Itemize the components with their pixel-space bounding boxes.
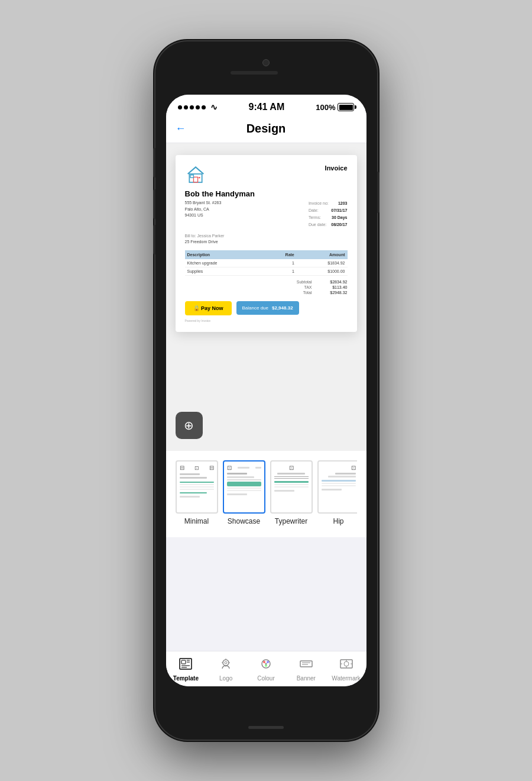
- svg-rect-2: [190, 175, 193, 178]
- svg-rect-21: [300, 661, 312, 667]
- template-name-showcase: Showcase: [228, 517, 260, 525]
- col-amount: Amount: [297, 250, 348, 259]
- template-item-typewriter[interactable]: ⊡ Typewriter: [270, 460, 313, 525]
- invoice-details-row: 555 Bryant St. #263 Palo Alto, CA 94301 …: [185, 200, 348, 228]
- template-item-minimal[interactable]: ⊟ ⊡ ⊟ Mi: [176, 460, 218, 525]
- screen: ∿ 9:41 AM 100% ← Design ⊕: [166, 95, 366, 686]
- battery-percent: 100%: [316, 103, 335, 112]
- tab-colour-label: Colour: [257, 675, 274, 682]
- home-indicator: [248, 726, 284, 729]
- zoom-icon: ⊕: [184, 418, 194, 433]
- template-thumb-minimal: ⊟ ⊡ ⊟: [176, 460, 218, 514]
- powered-by: Powered by Invoice: [185, 319, 348, 322]
- colour-icon: [259, 657, 273, 673]
- logo-icon: [219, 657, 233, 673]
- line-item-2: Supplies 1 $1000.00: [185, 267, 348, 275]
- template-selector: ⊟ ⊡ ⊟ Mi: [166, 451, 366, 537]
- main-content: ⊕ Invoice Bo: [166, 143, 366, 651]
- line-items-table: Description Rate Amount Kitchen upgrade …: [185, 250, 348, 276]
- svg-rect-5: [181, 660, 186, 664]
- svg-point-20: [265, 663, 267, 665]
- tab-template-label: Template: [173, 675, 199, 682]
- svg-rect-1: [193, 177, 197, 182]
- template-name-minimal: Minimal: [184, 517, 209, 525]
- svg-point-11: [225, 661, 227, 664]
- template-grid: ⊟ ⊡ ⊟ Mi: [176, 460, 357, 528]
- template-item-showcase[interactable]: ⊡ Showcase: [223, 460, 265, 525]
- business-name: Bob the Handyman: [185, 189, 348, 198]
- nav-bar: ← Design: [166, 117, 366, 143]
- address-line1: 555 Bryant St. #263: [185, 200, 222, 206]
- tab-banner[interactable]: Banner: [291, 657, 322, 682]
- battery-indicator: 100%: [316, 103, 354, 112]
- back-button[interactable]: ←: [176, 122, 186, 135]
- template-icon: [179, 657, 193, 673]
- invoice-label: Invoice: [325, 164, 348, 172]
- tab-bar: Template Logo: [166, 651, 366, 686]
- invoice-card: Invoice Bob the Handyman 555 Bryant St. …: [176, 155, 357, 332]
- invoice-footer: 🔒 Pay Now Balance due $2,948.32: [185, 301, 348, 315]
- banner-icon: [299, 657, 313, 673]
- pay-now-label: 🔒 Pay Now: [193, 305, 223, 311]
- phone-shell: ∿ 9:41 AM 100% ← Design ⊕: [155, 41, 377, 740]
- template-thumb-showcase: ⊡: [223, 460, 265, 514]
- invoice-preview-area: ⊕ Invoice Bo: [166, 143, 366, 451]
- battery-fill: [339, 105, 353, 110]
- pay-now-button[interactable]: 🔒 Pay Now: [185, 301, 232, 315]
- template-thumb-typewriter: ⊡: [270, 460, 313, 514]
- balance-due-label: Balance due: [242, 305, 268, 311]
- svg-point-17: [263, 661, 265, 663]
- svg-point-10: [223, 660, 229, 666]
- zoom-button[interactable]: ⊕: [176, 412, 203, 439]
- balance-amount: $2,948.32: [272, 305, 293, 311]
- tab-template[interactable]: Template: [170, 657, 201, 682]
- tab-watermark[interactable]: Watermark: [331, 657, 362, 682]
- tab-watermark-label: Watermark: [332, 675, 361, 682]
- tab-banner-label: Banner: [297, 675, 316, 682]
- tab-logo[interactable]: Logo: [210, 657, 241, 682]
- tab-logo-label: Logo: [219, 675, 232, 682]
- tab-colour[interactable]: Colour: [251, 657, 281, 682]
- template-name-typewriter: Typewriter: [275, 517, 307, 525]
- speaker: [231, 71, 278, 75]
- camera: [262, 59, 270, 66]
- client-name: Jessica Parker: [197, 234, 225, 238]
- template-name-hip: Hip: [333, 517, 343, 525]
- template-item-hip[interactable]: ⊡ Hip: [317, 460, 357, 525]
- meta-block: Invoice no:1203 Date:07/31/17 Terms:30 D…: [309, 200, 348, 228]
- totals-block: Subtotal $2834.92 TAX $113.40 Total $294…: [185, 279, 348, 295]
- business-logo: [185, 164, 206, 183]
- svg-point-3: [198, 177, 200, 179]
- battery-bar: [338, 103, 354, 111]
- client-address: 25 Freedom Drive: [185, 239, 348, 246]
- svg-point-25: [344, 661, 349, 666]
- wifi-icon: ∿: [210, 102, 218, 112]
- address-line3: 94301 US: [185, 212, 222, 219]
- watermark-icon: [339, 657, 353, 673]
- svg-point-18: [267, 661, 269, 663]
- col-rate: Rate: [265, 250, 296, 259]
- bill-to-block: Bill to: Jessica Parker 25 Freedom Drive: [185, 233, 348, 246]
- back-arrow-icon: ←: [176, 122, 186, 135]
- page-title: Design: [246, 122, 286, 135]
- balance-due-box: Balance due $2,948.32: [236, 301, 299, 315]
- address-line2: Palo Alto, CA: [185, 206, 222, 213]
- col-description: Description: [185, 250, 265, 259]
- time-display: 9:41 AM: [248, 102, 284, 112]
- signal-indicator: ∿: [178, 102, 218, 112]
- line-item-1: Kitchen upgrade 1 $1834.92: [185, 259, 348, 267]
- invoice-header: Invoice: [185, 164, 348, 183]
- address-block: 555 Bryant St. #263 Palo Alto, CA 94301 …: [185, 200, 222, 228]
- svg-point-19: [265, 664, 267, 667]
- template-thumb-hip: ⊡: [317, 460, 357, 514]
- status-bar: ∿ 9:41 AM 100%: [166, 95, 366, 117]
